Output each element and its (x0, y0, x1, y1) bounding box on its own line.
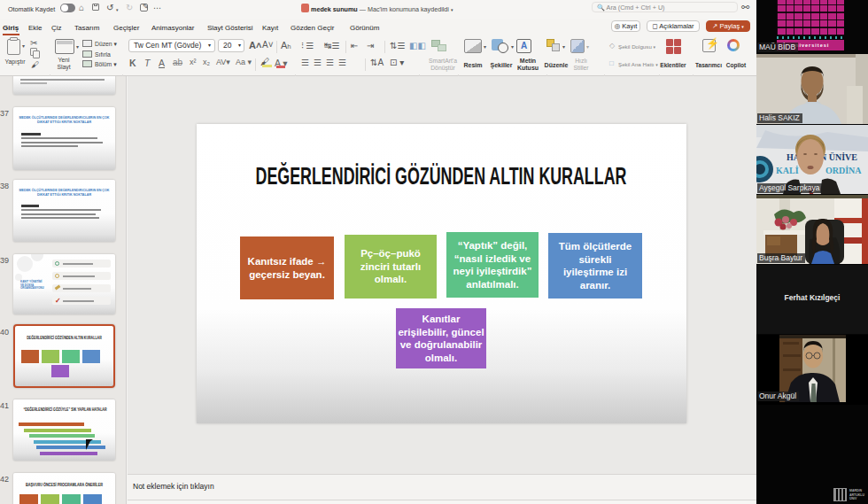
svg-text:ORDİNA: ORDİNA (825, 166, 862, 175)
svg-text:KALİ: KALİ (776, 166, 799, 175)
svg-text:N ÜNİVE: N ÜNİVE (820, 151, 857, 162)
